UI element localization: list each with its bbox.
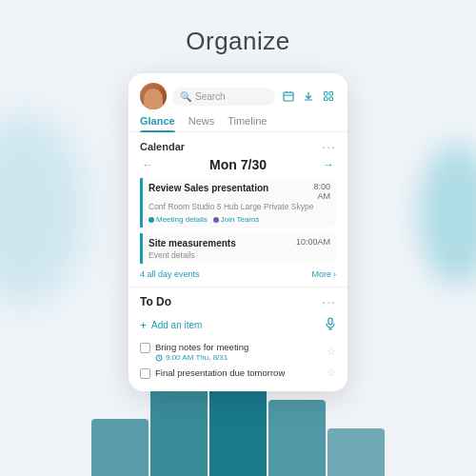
event-1-title: Review Sales presentation [149,182,309,194]
grid-header-icon[interactable] [321,89,336,104]
nav-tabs: Glance News Timeline [129,109,347,132]
event-2-subtitle: Event details [149,250,330,260]
event-1-row: Review Sales presentation 8:00AM [149,182,330,201]
search-bar[interactable]: 🔍 Search [172,88,275,106]
card-header: 🔍 Search [129,73,347,109]
todo-checkbox-2[interactable] [140,368,150,379]
download-header-icon[interactable] [301,89,316,104]
todo-item-2: Final presentation due tomorrow ☆ [140,367,336,379]
join-teams-dot [213,217,219,223]
svg-rect-5 [325,92,328,96]
todo-text-group-1: Bring notes for meeting 9:00 AM Thu, 8/3… [155,342,248,362]
meeting-details-link[interactable]: Meeting details [149,215,208,224]
search-icon: 🔍 [180,91,191,102]
prev-day-arrow[interactable]: ← [142,158,153,171]
todo-item-2-star[interactable]: ☆ [327,367,336,379]
bg-blob-left [0,114,86,305]
more-chevron: › [333,269,336,279]
page-title: Organize [186,27,290,56]
calendar-section-header: Calendar ··· [140,140,336,153]
mic-icon[interactable] [325,317,336,333]
app-card: 🔍 Search [129,73,347,391]
meeting-details-dot [149,217,154,223]
clock-icon [155,354,163,362]
todo-item-1-star[interactable]: ☆ [327,346,336,358]
todo-section-title: To Do [140,295,171,308]
todo-item-2-left: Final presentation due tomorrow [140,367,285,379]
todo-item-1-left: Bring notes for meeting 9:00 AM Thu, 8/3… [140,342,248,362]
todo-header: To Do ··· [140,295,336,308]
join-teams-text: Join Teams [221,215,259,224]
event-2-title: Site measurements [149,237,292,249]
svg-rect-7 [325,97,328,101]
svg-rect-0 [284,92,293,101]
todo-text-group-2: Final presentation due tomorrow [155,367,285,379]
event-1-subtitle: Conf Room Studio 5 Hub Large Private Sky… [149,202,330,211]
todo-section: To Do ··· + Add an item Br [129,288,347,391]
todo-item-1-date: 9:00 AM Thu, 8/31 [166,353,228,362]
event-2-row: Site measurements 10:00AM [149,237,330,249]
search-placeholder: Search [195,91,226,102]
header-icons [281,89,336,104]
calendar-section-menu[interactable]: ··· [322,140,336,153]
todo-item-1-subtext: 9:00 AM Thu, 8/31 [155,353,248,362]
event-1: Review Sales presentation 8:00AM Conf Ro… [140,178,336,228]
add-item-left: + Add an item [140,319,202,332]
event-1-actions: Meeting details Join Teams [149,215,330,224]
calendar-section-title: Calendar [140,141,185,152]
todo-section-menu[interactable]: ··· [322,295,336,308]
add-item-row[interactable]: + Add an item [140,314,336,336]
event-1-time: 8:00AM [313,182,330,201]
all-day-text[interactable]: 4 all day events [140,269,200,279]
calendar-date: Mon 7/30 [209,157,267,172]
todo-item-2-text: Final presentation due tomorrow [155,367,285,379]
todo-item-1-text: Bring notes for meeting [155,342,248,353]
calendar-section: Calendar ··· ← Mon 7/30 → Review Sales p… [129,132,347,287]
event-2-time: 10:00AM [296,237,330,247]
calendar-header-icon[interactable] [281,89,296,104]
more-label: More [311,269,331,279]
svg-rect-8 [329,97,333,101]
avatar[interactable] [140,83,167,109]
event-2: Site measurements 10:00AM Event details [140,233,336,264]
svg-rect-9 [328,318,332,325]
more-link[interactable]: More › [311,269,336,279]
join-teams-link[interactable]: Join Teams [213,215,259,224]
next-day-arrow[interactable]: → [323,158,334,171]
tab-glance[interactable]: Glance [140,115,175,131]
todo-item-1: Bring notes for meeting 9:00 AM Thu, 8/3… [140,342,336,362]
add-icon: + [140,319,147,332]
tab-timeline[interactable]: Timeline [228,115,267,131]
add-item-text: Add an item [151,320,202,330]
all-day-row: 4 all day events More › [140,269,336,279]
tab-news[interactable]: News [188,115,215,131]
todo-checkbox-1[interactable] [140,343,150,353]
svg-rect-6 [329,92,333,96]
bg-blob-right [419,143,476,286]
avatar-face [144,89,163,109]
calendar-nav: ← Mon 7/30 → [140,157,336,172]
meeting-details-text: Meeting details [156,215,208,224]
